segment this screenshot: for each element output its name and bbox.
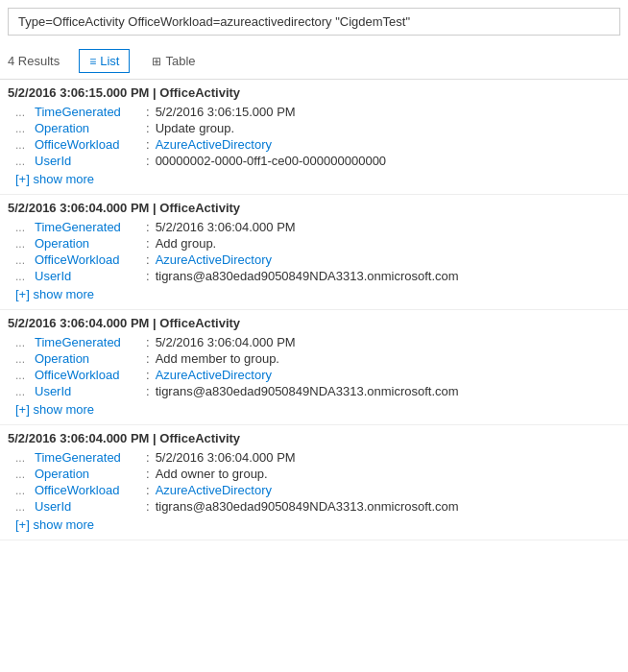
tab-list-label: List [100, 54, 119, 68]
ellipsis-1-3: ... [15, 270, 35, 283]
field-name-3-3[interactable]: UserId [35, 499, 140, 514]
result-title-0: 5/2/2016 3:06:15.000 PM | OfficeActivity [8, 85, 620, 100]
show-more-0[interactable]: [+] show more [8, 169, 620, 190]
show-more-3[interactable]: [+] show more [8, 515, 620, 536]
field-value-1-3: tigrans@a830edad9050849NDA3313.onmicroso… [156, 269, 459, 283]
field-value-3-0: 5/2/2016 3:06:04.000 PM [156, 450, 296, 465]
field-sep-2-3: : [146, 384, 150, 398]
field-name-2-2[interactable]: OfficeWorkload [35, 368, 140, 382]
result-row-3-2: ...OfficeWorkload:AzureActiveDirectory [8, 482, 620, 498]
tab-table-label: Table [165, 54, 195, 68]
field-sep-2-0: : [146, 335, 150, 349]
field-name-0-3[interactable]: UserId [35, 154, 140, 168]
result-row-2-3: ...UserId:tigrans@a830edad9050849NDA3313… [8, 383, 620, 399]
ellipsis-2-2: ... [15, 369, 35, 382]
results-count: 4 Results [8, 54, 60, 68]
field-sep-1-0: : [146, 220, 150, 234]
field-name-2-3[interactable]: UserId [35, 384, 140, 398]
show-more-1[interactable]: [+] show more [8, 284, 620, 305]
field-value-2-3: tigrans@a830edad9050849NDA3313.onmicroso… [156, 384, 459, 398]
field-name-1-2[interactable]: OfficeWorkload [35, 252, 140, 267]
field-value-0-1: Update group. [156, 121, 234, 135]
tab-table[interactable]: ⊞ Table [141, 49, 205, 73]
result-row-0-3: ...UserId:00000002-0000-0ff1-ce00-000000… [8, 153, 620, 169]
results-header: 4 Results ≡ List ⊞ Table [0, 43, 628, 80]
ellipsis-3-2: ... [15, 484, 35, 497]
result-row-2-0: ...TimeGenerated:5/2/2016 3:06:04.000 PM [8, 334, 620, 350]
result-row-1-0: ...TimeGenerated:5/2/2016 3:06:04.000 PM [8, 219, 620, 235]
field-value-1-0: 5/2/2016 3:06:04.000 PM [156, 220, 296, 234]
result-title-3: 5/2/2016 3:06:04.000 PM | OfficeActivity [8, 431, 620, 445]
results-list: 5/2/2016 3:06:15.000 PM | OfficeActivity… [0, 80, 628, 540]
table-icon: ⊞ [152, 55, 161, 68]
field-value-0-3: 00000002-0000-0ff1-ce00-000000000000 [156, 154, 386, 168]
field-value-1-2[interactable]: AzureActiveDirectory [156, 252, 272, 267]
field-name-0-2[interactable]: OfficeWorkload [35, 137, 140, 152]
result-title-1: 5/2/2016 3:06:04.000 PM | OfficeActivity [8, 201, 620, 215]
result-item-3: 5/2/2016 3:06:04.000 PM | OfficeActivity… [0, 425, 628, 540]
field-sep-0-1: : [146, 121, 150, 135]
ellipsis-3-0: ... [15, 451, 35, 465]
field-value-0-2[interactable]: AzureActiveDirectory [156, 137, 272, 152]
ellipsis-0-3: ... [15, 155, 35, 168]
field-sep-3-2: : [146, 483, 150, 497]
result-row-3-0: ...TimeGenerated:5/2/2016 3:06:04.000 PM [8, 449, 620, 466]
result-item-2: 5/2/2016 3:06:04.000 PM | OfficeActivity… [0, 310, 628, 425]
ellipsis-1-2: ... [15, 253, 35, 267]
field-name-0-0[interactable]: TimeGenerated [35, 105, 140, 119]
field-value-1-1: Add group. [156, 236, 217, 251]
result-row-0-0: ...TimeGenerated:5/2/2016 3:06:15.000 PM [8, 104, 620, 120]
search-input[interactable]: Type=OfficeActivity OfficeWorkload=azure… [8, 8, 620, 36]
field-name-1-1[interactable]: Operation [35, 236, 140, 251]
field-value-0-0: 5/2/2016 3:06:15.000 PM [156, 105, 296, 119]
result-row-1-2: ...OfficeWorkload:AzureActiveDirectory [8, 252, 620, 268]
result-item-0: 5/2/2016 3:06:15.000 PM | OfficeActivity… [0, 80, 628, 195]
field-name-3-2[interactable]: OfficeWorkload [35, 483, 140, 497]
field-name-1-0[interactable]: TimeGenerated [35, 220, 140, 234]
field-name-3-0[interactable]: TimeGenerated [35, 450, 140, 465]
field-value-2-1: Add member to group. [156, 351, 279, 366]
ellipsis-3-3: ... [15, 500, 35, 514]
field-name-2-1[interactable]: Operation [35, 351, 140, 366]
field-sep-1-3: : [146, 269, 150, 283]
search-bar-container: Type=OfficeActivity OfficeWorkload=azure… [0, 8, 628, 36]
result-row-1-1: ...Operation:Add group. [8, 235, 620, 252]
field-sep-1-2: : [146, 252, 150, 267]
field-name-1-3[interactable]: UserId [35, 269, 140, 283]
field-value-3-2[interactable]: AzureActiveDirectory [156, 483, 272, 497]
field-sep-3-3: : [146, 499, 150, 514]
field-sep-0-3: : [146, 154, 150, 168]
field-sep-3-0: : [146, 450, 150, 465]
result-row-0-2: ...OfficeWorkload:AzureActiveDirectory [8, 136, 620, 153]
show-more-2[interactable]: [+] show more [8, 399, 620, 420]
result-row-3-1: ...Operation:Add owner to group. [8, 466, 620, 482]
field-value-2-0: 5/2/2016 3:06:04.000 PM [156, 335, 296, 349]
field-sep-1-1: : [146, 236, 150, 251]
ellipsis-3-1: ... [15, 468, 35, 481]
result-row-0-1: ...Operation:Update group. [8, 120, 620, 136]
ellipsis-0-0: ... [15, 106, 35, 119]
result-item-1: 5/2/2016 3:06:04.000 PM | OfficeActivity… [0, 195, 628, 310]
field-sep-2-1: : [146, 351, 150, 366]
ellipsis-0-1: ... [15, 122, 35, 135]
field-sep-3-1: : [146, 467, 150, 481]
field-value-2-2[interactable]: AzureActiveDirectory [156, 368, 272, 382]
field-name-2-0[interactable]: TimeGenerated [35, 335, 140, 349]
ellipsis-2-1: ... [15, 352, 35, 366]
field-sep-0-0: : [146, 105, 150, 119]
field-sep-0-2: : [146, 137, 150, 152]
ellipsis-0-2: ... [15, 138, 35, 152]
field-value-3-3: tigrans@a830edad9050849NDA3313.onmicroso… [156, 499, 459, 514]
list-icon: ≡ [89, 55, 96, 68]
field-value-3-1: Add owner to group. [156, 467, 268, 481]
ellipsis-2-0: ... [15, 336, 35, 349]
result-row-2-2: ...OfficeWorkload:AzureActiveDirectory [8, 367, 620, 383]
field-name-3-1[interactable]: Operation [35, 467, 140, 481]
field-name-0-1[interactable]: Operation [35, 121, 140, 135]
tab-list[interactable]: ≡ List [79, 49, 130, 73]
field-sep-2-2: : [146, 368, 150, 382]
result-row-3-3: ...UserId:tigrans@a830edad9050849NDA3313… [8, 498, 620, 515]
result-row-1-3: ...UserId:tigrans@a830edad9050849NDA3313… [8, 268, 620, 284]
ellipsis-1-0: ... [15, 221, 35, 234]
ellipsis-2-3: ... [15, 385, 35, 398]
